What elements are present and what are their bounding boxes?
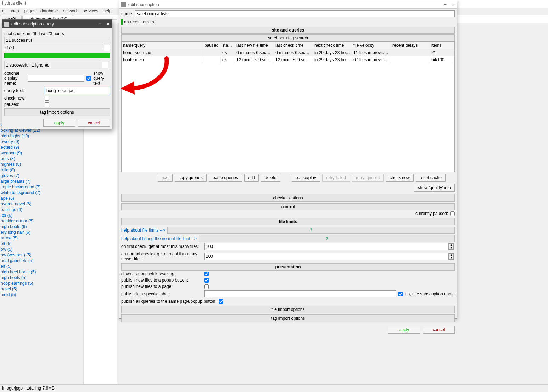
- first-check-input[interactable]: [204, 243, 449, 250]
- tag-item[interactable]: imple background (7): [0, 184, 83, 190]
- close-icon[interactable]: ✕: [106, 22, 110, 27]
- tag-item[interactable]: ridal gauntlets (5): [0, 258, 83, 263]
- tag-item[interactable]: arge breasts (7): [0, 178, 83, 184]
- col-nct[interactable]: next check time: [313, 42, 352, 49]
- minimize-icon[interactable]: ━: [444, 2, 446, 7]
- tag-item[interactable]: earrings (6): [0, 207, 83, 212]
- tag-item[interactable]: elf (5): [0, 263, 83, 269]
- tag-item[interactable]: eotard (9): [0, 144, 83, 150]
- col-lct[interactable]: last check time: [274, 42, 313, 49]
- tag-item[interactable]: nighres (8): [0, 161, 83, 167]
- tag-item[interactable]: ips (6): [0, 212, 83, 218]
- fraction-text: 21/21: [4, 45, 15, 50]
- tag-item[interactable]: ape (6): [0, 195, 83, 201]
- edit-button[interactable]: edit: [244, 174, 259, 182]
- show-popup-checkbox[interactable]: [204, 272, 209, 276]
- apply-button[interactable]: apply: [43, 119, 75, 127]
- check-now-checkbox[interactable]: [45, 96, 49, 101]
- menu-database[interactable]: database: [40, 8, 58, 14]
- use-sub-name-checkbox[interactable]: [398, 292, 403, 296]
- tag-item[interactable]: ow (5): [0, 246, 83, 252]
- spin-buttons[interactable]: ▲▼: [449, 243, 454, 250]
- cancel-button[interactable]: cancel: [423, 326, 455, 334]
- tag-item[interactable]: oots (8): [0, 156, 83, 161]
- pub-popup-checkbox[interactable]: [204, 278, 209, 283]
- normal-check-input[interactable]: [204, 253, 449, 260]
- tag-import-options-button[interactable]: tag import options: [4, 108, 110, 116]
- retry-ignored-button: retry ignored: [352, 174, 384, 182]
- pause-play-button[interactable]: pause/play: [292, 174, 320, 182]
- cancel-button[interactable]: cancel: [78, 119, 110, 127]
- check-now-button[interactable]: check now: [386, 174, 414, 182]
- help-bar-1[interactable]: ?: [167, 227, 455, 234]
- pub-all-checkbox[interactable]: [219, 299, 223, 304]
- app-icon: [4, 22, 9, 27]
- query-text-input[interactable]: [45, 87, 110, 94]
- apply-button[interactable]: apply: [388, 326, 420, 334]
- tag-item[interactable]: nield (5): [0, 292, 83, 297]
- copy-queries-button[interactable]: copy queries: [175, 174, 207, 182]
- tag-item[interactable]: mile (8): [0, 167, 83, 173]
- col-vel[interactable]: file velocity: [352, 42, 391, 49]
- col-status[interactable]: status: [221, 42, 235, 49]
- queries-table[interactable]: name/query paused status last new file t…: [121, 41, 455, 172]
- tag-item[interactable]: noop earrings (5): [0, 280, 83, 286]
- optional-name-input[interactable]: [28, 75, 84, 82]
- menu-pages[interactable]: pages: [24, 8, 35, 14]
- col-items[interactable]: items: [430, 42, 453, 49]
- paste-queries-button[interactable]: paste queries: [209, 174, 242, 182]
- file-import-options-button[interactable]: file import options: [121, 306, 455, 313]
- name-input[interactable]: [135, 10, 455, 17]
- retry-failed-button: retry failed: [322, 174, 350, 182]
- tag-item[interactable]: weapon (9): [0, 150, 83, 156]
- help-file-limits-link[interactable]: help about file limits -->: [121, 228, 165, 233]
- tag-item[interactable]: ery long hair (6): [0, 229, 83, 235]
- show-query-text-checkbox[interactable]: [86, 76, 91, 81]
- table-row[interactable]: hong_soon-jaeok6 minutes 6 seconds ...6 …: [122, 49, 454, 56]
- help-bar-2[interactable]: ?: [199, 235, 455, 242]
- use-sub-name-label: no, use subscription name: [405, 291, 455, 296]
- minimize-icon[interactable]: ━: [99, 22, 101, 27]
- col-lnft[interactable]: last new file time: [235, 42, 274, 49]
- menu-help[interactable]: help: [104, 8, 112, 14]
- show-quality-button[interactable]: show 'quality' info: [414, 184, 455, 192]
- tag-item[interactable]: high-highs (10): [0, 133, 83, 139]
- tag-item[interactable]: overed navel (6): [0, 201, 83, 207]
- menu-services[interactable]: services: [83, 8, 99, 14]
- query-dialog-titlebar[interactable]: edit subscription query ━ ✕: [2, 20, 112, 28]
- currently-paused-checkbox[interactable]: [450, 211, 455, 216]
- tag-item[interactable]: white background (7): [0, 190, 83, 195]
- spin-buttons[interactable]: ▲▼: [449, 253, 454, 260]
- tag-item[interactable]: houlder armor (6): [0, 218, 83, 224]
- col-name[interactable]: name/query: [122, 42, 203, 49]
- calendar-icon[interactable]: [102, 62, 108, 68]
- tag-item[interactable]: ow (weapon) (5): [0, 252, 83, 258]
- help-normal-limit-link[interactable]: help about hitting the normal file limit…: [121, 236, 197, 241]
- checker-options-button[interactable]: checker options: [121, 194, 455, 202]
- menu-e[interactable]: e: [2, 8, 5, 14]
- dialog-titlebar[interactable]: edit subscription ━ ✕: [119, 0, 457, 9]
- add-button[interactable]: add: [158, 174, 173, 182]
- menu-network[interactable]: network: [63, 8, 78, 14]
- tag-item[interactable]: arrow (5): [0, 235, 83, 241]
- close-icon[interactable]: ✕: [451, 2, 455, 7]
- tag-item[interactable]: nigh heel boots (5): [0, 269, 83, 275]
- pub-page-checkbox[interactable]: [204, 284, 209, 289]
- menu-undo[interactable]: undo: [10, 8, 19, 14]
- pub-label-input[interactable]: [204, 290, 396, 297]
- table-row[interactable]: houtengekiok12 minutes 9 second...12 min…: [122, 56, 454, 63]
- tag-import-options-button[interactable]: tag import options: [121, 314, 455, 322]
- tag-item[interactable]: elt (5): [0, 241, 83, 246]
- tag-item[interactable]: ewelry (9): [0, 139, 83, 144]
- tag-item[interactable]: nigh heels (5): [0, 275, 83, 280]
- calendar-icon[interactable]: [104, 45, 110, 51]
- paused-checkbox[interactable]: [45, 102, 49, 107]
- dialog-title-text: edit subscription: [128, 2, 159, 7]
- tag-item[interactable]: high boots (6): [0, 224, 83, 229]
- delete-button[interactable]: delete: [261, 174, 280, 182]
- reset-cache-button[interactable]: reset cache: [416, 174, 446, 182]
- col-delays[interactable]: recent delays: [391, 42, 430, 49]
- col-paused[interactable]: paused: [203, 42, 221, 49]
- tag-item[interactable]: navel (5): [0, 286, 83, 292]
- tag-item[interactable]: gloves (7): [0, 173, 83, 178]
